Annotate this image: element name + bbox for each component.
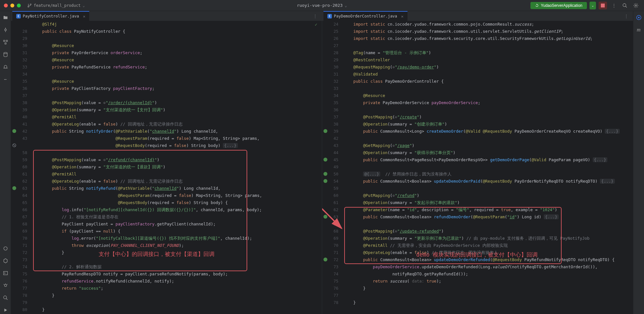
code-text[interactable]: @Resource <box>342 92 633 99</box>
code-editor-left[interactable]: ✓ 支付【中心】的回调接口，被支付【渠道】回调 @Slf4j28 public … <box>11 21 322 314</box>
run-gutter-icon[interactable] <box>323 258 327 261</box>
code-text[interactable]: @OperateLog(enable = false) // 回调地址，无需记录… <box>31 178 322 185</box>
code-line[interactable]: 42 <box>322 135 633 142</box>
notifications-tool-button[interactable] <box>1 63 10 71</box>
code-text[interactable]: private PayRefundService refundService; <box>31 64 322 71</box>
code-text[interactable]: @PutMapping(⊕"/refund") <box>342 192 633 199</box>
line-number[interactable]: 33 <box>11 64 31 71</box>
code-text[interactable]: @GetMapping(⊕"/page") <box>342 142 633 149</box>
line-number[interactable] <box>11 21 31 28</box>
tab-paynotifycontroller[interactable]: C PayNotifyController.java × <box>12 11 89 21</box>
debug-tool-button[interactable] <box>1 282 10 289</box>
code-text[interactable]: } <box>342 285 633 292</box>
line-number[interactable]: 24 <box>322 21 342 28</box>
minimize-window-icon[interactable] <box>10 4 14 7</box>
services-tool-button[interactable] <box>1 257 10 265</box>
code-text[interactable]: log.error("[notifyCallback][渠道编号({}) 找不到… <box>31 235 322 242</box>
code-text[interactable]: public CommonResult<PageResult<PayDemoOr… <box>342 156 633 163</box>
code-text[interactable] <box>31 92 322 99</box>
line-number[interactable]: 33 <box>322 85 342 92</box>
run-gutter-icon[interactable] <box>323 172 327 176</box>
line-number[interactable]: 59 <box>11 156 31 163</box>
line-number[interactable]: 30 <box>11 42 31 49</box>
code-text[interactable]: @Resource <box>31 42 322 49</box>
code-line[interactable]: 37 <box>11 92 322 99</box>
code-line[interactable]: 59 @PostMapping(value = ⊕"/refund/{chann… <box>11 156 322 163</box>
code-line[interactable]: 30 @Resource <box>11 42 322 49</box>
code-line[interactable]: 62 @Parameter(name = "id", description =… <box>322 206 633 213</box>
code-line[interactable]: 69 @Operation(summary = "更新示例订单为已退款") //… <box>322 235 633 242</box>
close-window-icon[interactable] <box>4 4 8 7</box>
line-number[interactable]: 40 <box>11 114 31 121</box>
code-line[interactable]: 50 @{...} // 禁用操作日志，因为没有操作人 <box>322 171 633 178</box>
code-line[interactable]: 28 @Tag(name = "管理后台 - 示例订单") <box>322 49 633 56</box>
maximize-window-icon[interactable] <box>17 4 21 7</box>
code-line[interactable]: 74 // 2. 解析通知数据 <box>11 263 322 271</box>
code-line[interactable]: 24 import static cn.iocoder.yudao.framew… <box>322 21 633 28</box>
ai-assistant-button[interactable] <box>635 14 643 21</box>
code-text[interactable]: @Tag(name = "管理后台 - 示例订单") <box>342 49 633 56</box>
code-line[interactable]: 79 <box>11 299 322 306</box>
line-number[interactable]: 27 <box>322 42 342 49</box>
code-text[interactable]: @Operation(summary = "创建示例订单") <box>342 121 633 128</box>
line-number[interactable]: 73 <box>11 256 31 263</box>
line-number[interactable]: 29 <box>322 56 342 64</box>
line-number[interactable]: 54 <box>322 178 342 185</box>
code-text[interactable]: @RequestParam(required = false) Map<Stri… <box>31 192 322 199</box>
code-line[interactable]: 44 @Operation(summary = "获得示例订单分页") <box>322 149 633 156</box>
line-number[interactable]: 70 <box>11 235 31 242</box>
code-line[interactable]: 36 private PayClientFactory payClientFac… <box>11 85 322 92</box>
code-text[interactable] <box>342 135 633 142</box>
code-line[interactable]: 64 @RequestParam(required = false) Map<S… <box>11 192 322 199</box>
line-number[interactable]: 49 <box>322 163 342 171</box>
line-number[interactable]: 69 <box>322 235 342 242</box>
code-text[interactable]: @RequestParam(required = false) Map<Stri… <box>31 135 322 142</box>
code-line[interactable]: 72 } <box>11 249 322 256</box>
line-number[interactable]: 62 <box>11 178 31 185</box>
code-line[interactable]: 34 <box>11 71 322 78</box>
code-text[interactable]: @Operation(summary = "获得示例订单分页") <box>342 149 633 156</box>
code-text[interactable]: } <box>31 292 322 299</box>
code-line[interactable]: 30 @RequestMapping(⊕"/pay/demo-order") <box>322 64 633 71</box>
line-number[interactable]: 77 <box>322 292 342 299</box>
tab-paydemoordercontroller[interactable]: C PayDemoOrderController.java × <box>323 11 407 21</box>
code-line[interactable]: 39 @Operation(summary = "支付渠道的统一【支付】回调") <box>11 106 322 114</box>
code-line[interactable]: 35 private PayDemoOrderService payDemoOr… <box>322 99 633 106</box>
close-tab-icon[interactable]: × <box>401 14 404 19</box>
code-line[interactable]: 33 private PayRefundService refundServic… <box>11 64 322 71</box>
code-text[interactable] <box>342 85 633 92</box>
line-number[interactable]: 74 <box>322 271 342 278</box>
code-text[interactable]: @Parameter(name = "id", description = "编… <box>342 206 633 213</box>
code-text[interactable]: @PostMapping(⊕"/create") <box>342 114 633 121</box>
code-line[interactable]: 76 refundService.notifyRefund(channelId,… <box>11 278 322 285</box>
code-line[interactable]: @RequestBody(required = false) String bo… <box>11 142 322 149</box>
code-line[interactable]: 37 @PostMapping(⊕"/create") <box>322 114 633 121</box>
code-line[interactable]: 68 PayClient payClient = payClientFactor… <box>11 221 322 228</box>
code-line[interactable]: 59 <box>322 185 633 192</box>
code-line[interactable]: 35 @Resource <box>11 78 322 85</box>
line-number[interactable]: 70 <box>322 242 342 249</box>
line-number[interactable]: 60 <box>322 192 342 199</box>
project-selector[interactable]: ruoyi-vue-pro-2023 ⌄ <box>297 3 347 8</box>
code-text[interactable]: } <box>342 299 633 306</box>
line-number[interactable]: 37 <box>11 92 31 99</box>
line-number[interactable]: 71 <box>322 249 342 256</box>
code-line[interactable]: 67 // 1. 校验支付渠道是否存在 <box>11 213 322 221</box>
code-text[interactable]: // 2. 解析通知数据 <box>31 263 322 271</box>
line-number[interactable]: 31 <box>322 71 342 78</box>
code-line[interactable]: 38 @Operation(summary = "创建示例订单") <box>322 121 633 128</box>
project-tool-button[interactable] <box>1 14 10 21</box>
line-number[interactable]: 61 <box>11 171 31 178</box>
line-number[interactable]: 28 <box>322 49 342 56</box>
vcs-branch[interactable]: feature/mall_product ⌄ <box>27 3 85 8</box>
code-line[interactable]: 75 PayRefundRespDTO notify = payClient.p… <box>11 271 322 278</box>
code-text[interactable]: throw exception(PAY_CHANNEL_CLIENT_NOT_F… <box>31 242 322 249</box>
run-gutter-icon[interactable] <box>12 129 16 133</box>
run-gutter-icon[interactable] <box>323 179 327 183</box>
stop-button[interactable] <box>599 2 607 9</box>
code-line[interactable]: 63 public CommonResult<Boolean> refundDe… <box>322 213 633 221</box>
database-tool-button[interactable] <box>1 51 10 58</box>
code-line[interactable]: 62 @OperateLog(enable = false) // 回调地址，无… <box>11 178 322 185</box>
code-line[interactable]: 36 <box>322 106 633 114</box>
code-line[interactable]: 33 <box>322 85 633 92</box>
